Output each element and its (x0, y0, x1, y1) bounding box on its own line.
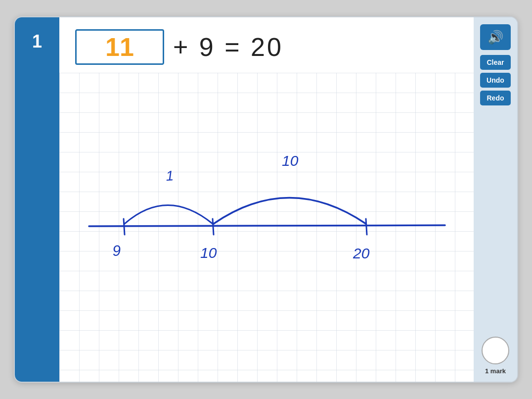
drawing-area[interactable]: 1 10 9 10 20 (59, 73, 474, 382)
quiz-container: 1 11 + 9 = 20 (14, 16, 518, 383)
svg-line-1 (89, 225, 445, 226)
svg-text:1: 1 (166, 168, 174, 184)
sound-icon: 🔊 (488, 30, 503, 45)
left-sidebar: 1 (15, 17, 59, 382)
question-number: 1 (32, 31, 42, 52)
right-sidebar: 🔊 Clear Undo Redo 1 mark (474, 17, 517, 382)
answer-value: 11 (105, 32, 134, 62)
svg-text:9: 9 (112, 242, 122, 259)
grid-svg: 1 10 9 10 20 (59, 73, 474, 382)
answer-box[interactable]: 11 (75, 29, 164, 65)
svg-text:10: 10 (200, 245, 217, 261)
equation-text: + 9 = 20 (173, 32, 283, 62)
mark-circle (482, 337, 509, 364)
main-content: 11 + 9 = 20 (59, 17, 474, 382)
redo-button[interactable]: Redo (480, 91, 511, 105)
mark-label: 1 mark (485, 367, 506, 375)
svg-text:20: 20 (353, 245, 370, 261)
svg-rect-0 (59, 73, 474, 382)
undo-button[interactable]: Undo (480, 73, 511, 88)
svg-line-4 (366, 219, 367, 235)
equation-area: 11 + 9 = 20 (59, 17, 474, 73)
svg-line-3 (213, 219, 214, 235)
svg-text:10: 10 (282, 152, 299, 169)
clear-button[interactable]: Clear (480, 55, 511, 70)
sound-button[interactable]: 🔊 (480, 24, 511, 50)
svg-line-2 (124, 219, 125, 235)
